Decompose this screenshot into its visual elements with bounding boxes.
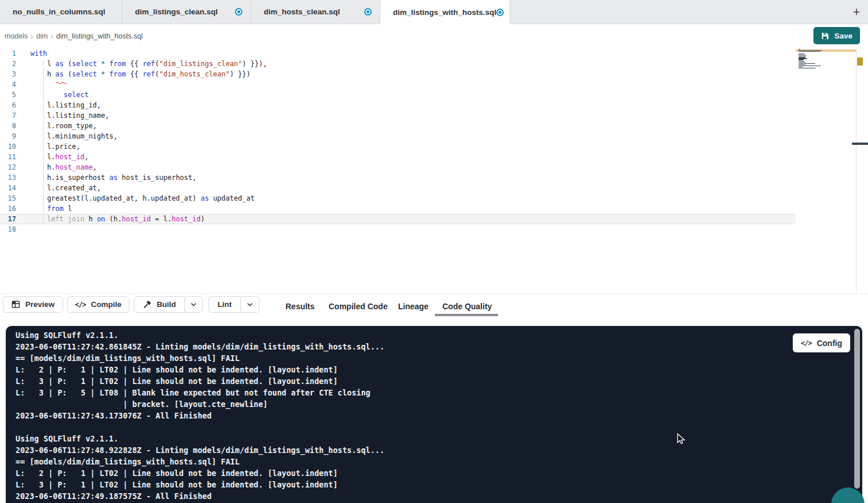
terminal-line: L: 3 | P: 1 | LT02 | Line should not be …	[16, 375, 384, 387]
overview-ruler	[856, 48, 868, 293]
panel-tab-compiled-code[interactable]: Compiled Code	[329, 294, 388, 319]
new-tab-button[interactable]: +	[849, 5, 864, 20]
terminal-line: | bracket. [layout.cte_newline]	[16, 398, 384, 410]
line-number: 7	[0, 110, 24, 121]
chevron-right-icon: ›	[51, 32, 53, 41]
preview-button-label: Preview	[25, 300, 55, 309]
preview-button[interactable]: Preview	[3, 296, 63, 313]
code-brackets-icon: </>	[801, 339, 812, 347]
terminal-line: == [models/dim/dim_listings_with_hosts.s…	[16, 352, 384, 364]
code-line-6[interactable]: 6 l.listing_id,	[0, 100, 796, 110]
code-text: l.host_id,	[24, 152, 88, 162]
terminal-line: L: 3 | P: 5 | LT08 | Blank line expected…	[16, 387, 384, 398]
terminal-output: Using SQLFluff v2.1.1.2023-06-06T11:27:4…	[16, 329, 384, 502]
terminal-line: 2023-06-06T11:27:42.861845Z - Linting mo…	[16, 341, 384, 352]
code-line-5[interactable]: 5 select	[0, 90, 796, 100]
unsaved-changes-dot-icon[interactable]	[235, 8, 242, 16]
lint-button[interactable]: Lint	[209, 296, 241, 313]
panel-tab-lineage[interactable]: Lineage	[398, 294, 429, 319]
code-text: l.room_type,	[24, 121, 97, 131]
code-line-11[interactable]: 11 l.host_id,	[0, 152, 796, 162]
breadcrumb-item-models[interactable]: models	[5, 32, 28, 40]
file-tab-dim_hosts_clean.sql[interactable]: dim_hosts_clean.sql	[251, 0, 380, 24]
lint-output-terminal: Using SQLFluff v2.1.1.2023-06-06T11:27:4…	[6, 326, 862, 503]
code-line-4[interactable]: 4	[0, 79, 796, 90]
compile-button[interactable]: </> Compile	[67, 296, 129, 313]
terminal-line: L: 2 | P: 1 | LT02 | Line should not be …	[16, 364, 384, 375]
code-editor[interactable]: 1with2 l as (select * from {{ ref("dim_l…	[0, 48, 868, 293]
line-number: 6	[0, 100, 24, 110]
build-button[interactable]: Build	[134, 296, 185, 313]
file-tab-label: no_nulls_in_columns.sql	[13, 7, 105, 16]
line-number: 1	[0, 48, 24, 59]
terminal-line: == [models/dim/dim_listings_with_hosts.s…	[16, 456, 384, 467]
code-text	[24, 224, 30, 235]
file-tab-dim_listings_clean.sql[interactable]: dim_listings_clean.sql	[122, 0, 251, 24]
unsaved-changes-dot-icon[interactable]	[364, 8, 372, 16]
line-number: 8	[0, 121, 24, 131]
chevron-down-icon	[190, 301, 198, 309]
line-number: 4	[0, 79, 24, 90]
config-button-label: Config	[817, 339, 842, 348]
file-tab-dim_listings_with_hosts.sql[interactable]: dim_listings_with_hosts.sql	[380, 0, 510, 24]
line-number: 11	[0, 152, 24, 162]
chevron-right-icon: ›	[30, 32, 33, 41]
code-lines[interactable]: 1with2 l as (select * from {{ ref("dim_l…	[0, 48, 796, 235]
terminal-line: 2023-06-06T11:27:49.187575Z - All Finish…	[16, 490, 384, 502]
save-button[interactable]: Save	[813, 27, 860, 44]
code-text: l.price,	[24, 141, 80, 152]
code-brackets-icon: </>	[75, 301, 86, 309]
breadcrumb: models›dim›dim_listings_with_hosts.sql	[5, 24, 143, 48]
minimap-code-line	[798, 64, 805, 65]
code-line-14[interactable]: 14 l.created_at,	[0, 183, 796, 193]
code-text: l.created_at,	[24, 183, 101, 193]
code-line-2[interactable]: 2 l as (select * from {{ ref("dim_listin…	[0, 59, 796, 69]
code-line-18[interactable]: 18	[0, 224, 796, 235]
code-line-12[interactable]: 12 h.host_name,	[0, 162, 796, 172]
minimap-code-line	[798, 61, 804, 62]
code-line-10[interactable]: 10 l.price,	[0, 141, 796, 152]
code-text: greatest(l.updated_at, h.updated_at) as …	[24, 193, 254, 203]
file-tab-no_nulls_in_columns.sql[interactable]: no_nulls_in_columns.sql	[0, 0, 122, 24]
minimap-code-line	[798, 49, 800, 49]
unsaved-changes-dot-icon[interactable]	[496, 9, 504, 16]
save-icon	[821, 32, 830, 40]
terminal-line: 2023-06-06T11:27:48.922828Z - Linting mo…	[16, 444, 384, 456]
minimap-code-line	[798, 68, 816, 68]
terminal-line: L: 2 | P: 1 | LT02 | Line should not be …	[16, 467, 384, 479]
config-button[interactable]: </> Config	[793, 333, 850, 352]
code-line-3[interactable]: 3 h as (select * from {{ ref("dim_hosts_…	[0, 69, 796, 79]
minimap-code-line	[798, 62, 805, 63]
lint-split-button: Lint	[209, 296, 260, 313]
code-line-8[interactable]: 8 l.room_type,	[0, 121, 796, 131]
minimap[interactable]	[796, 48, 856, 293]
code-line-17[interactable]: 17 left join h on (h.host_id = l.host_id…	[0, 214, 796, 224]
terminal-scrollbar[interactable]	[854, 329, 860, 489]
code-text	[24, 79, 30, 90]
panel-tab-results[interactable]: Results	[286, 294, 315, 319]
minimap-code-line	[798, 51, 820, 52]
line-number: 17	[0, 214, 24, 224]
code-line-13[interactable]: 13 h.is_superhost as host_is_superhost,	[0, 172, 796, 183]
line-number: 16	[0, 203, 24, 214]
terminal-line: 2023-06-06T11:27:43.173076Z - All Finish…	[16, 410, 384, 421]
lint-options-button[interactable]	[240, 296, 260, 313]
code-line-7[interactable]: 7 l.listing_name,	[0, 110, 796, 121]
file-tab-label: dim_listings_clean.sql	[135, 7, 218, 16]
breadcrumb-item-dim[interactable]: dim	[36, 32, 48, 40]
line-number: 12	[0, 162, 24, 172]
file-tab-label: dim_listings_with_hosts.sql	[393, 8, 496, 17]
code-line-9[interactable]: 9 l.minimum_nights,	[0, 131, 796, 141]
table-grid-icon	[11, 300, 20, 309]
lint-squiggle-line3	[56, 76, 67, 79]
line-number: 18	[0, 224, 24, 235]
code-line-1[interactable]: 1with	[0, 48, 796, 59]
code-line-16[interactable]: 16 from l	[0, 203, 796, 214]
breadcrumb-item-dim_listings_with_hosts.sql[interactable]: dim_listings_with_hosts.sql	[56, 32, 143, 40]
ruler-cursor-marker	[852, 143, 868, 145]
build-options-button[interactable]	[184, 296, 203, 313]
file-tab-label: dim_hosts_clean.sql	[264, 7, 340, 16]
active-panel-tab-underline	[435, 314, 498, 316]
code-line-15[interactable]: 15 greatest(l.updated_at, h.updated_at) …	[0, 193, 796, 203]
save-button-label: Save	[834, 32, 852, 40]
